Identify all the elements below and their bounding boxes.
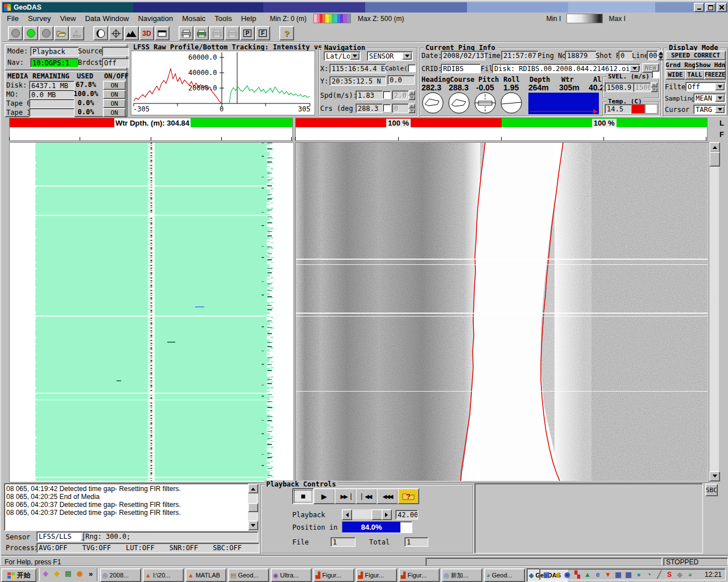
media-on-button[interactable]: ON — [103, 81, 126, 90]
scroll-right-button[interactable] — [382, 509, 392, 520]
quick-key-icon[interactable]: ◆ — [52, 569, 61, 578]
quick-notes-icon[interactable]: ▤ — [64, 569, 73, 578]
menu-item[interactable]: Help — [237, 14, 261, 23]
print-setup-button[interactable] — [225, 26, 239, 40]
fast-rewind-button[interactable]: ◀◀◀ — [377, 488, 398, 504]
task-figure-2[interactable]: ▟ Figur... — [356, 568, 397, 582]
menu-item[interactable]: File — [2, 14, 23, 23]
quick-desktop-icon[interactable]: ◈ — [41, 569, 50, 578]
quick-player-icon[interactable]: ◉ — [75, 569, 84, 578]
show-hdn-button[interactable]: Show Hdn — [695, 60, 726, 70]
acquire-start-button[interactable] — [23, 26, 38, 40]
tall-button[interactable]: TALL — [685, 70, 705, 80]
menu-item[interactable]: Survey — [23, 14, 55, 23]
file-combo[interactable]: Disk: RDIBS.00.2008.044.214612.oic.tmp — [492, 64, 640, 73]
task-2008[interactable]: ◎ 2008... — [100, 568, 141, 582]
display-settings-icon[interactable]: ▤ — [542, 570, 551, 579]
chevron-down-icon[interactable] — [715, 106, 725, 113]
nav-source-field[interactable]: 10:DGPS:1 — [30, 58, 79, 68]
power-icon[interactable]: ▼ — [603, 570, 613, 579]
print-p-button[interactable]: P — [240, 26, 255, 40]
cable-checkbox[interactable] — [408, 64, 416, 72]
menu-item[interactable]: Tools — [210, 14, 236, 23]
crs-override-checkbox[interactable] — [383, 104, 391, 112]
media-on-button[interactable]: ON — [103, 99, 126, 108]
spd-override-checkbox[interactable] — [383, 91, 391, 99]
ati-icon[interactable]: ▚ — [573, 570, 582, 579]
grnd-rng-button[interactable]: Grnd Rng — [665, 60, 696, 70]
scanner-icon[interactable]: ◉ — [562, 570, 572, 579]
quick-launch-overflow[interactable]: » — [89, 569, 93, 578]
help-button[interactable]: ? — [279, 26, 294, 40]
media-on-button[interactable]: ON — [103, 90, 126, 99]
shot-field[interactable]: 0 — [618, 51, 633, 60]
task-ultraedit[interactable]: ◉ Ultra... — [271, 568, 312, 582]
scroll-up-button[interactable] — [709, 142, 720, 152]
y-coordinate-field[interactable]: 20:35:12.5 N — [329, 76, 386, 86]
scrollbar-thumb[interactable] — [248, 503, 258, 512]
task-xinjia[interactable]: ◎ 新加... — [441, 568, 482, 582]
task-geodas-doc[interactable]: ▤ Geod... — [228, 568, 269, 582]
spd-spinner[interactable] — [408, 90, 415, 100]
standby-button[interactable] — [8, 26, 23, 40]
scroll-down-button[interactable] — [248, 521, 258, 530]
print-button[interactable] — [179, 26, 193, 40]
scroll-down-button[interactable] — [709, 471, 720, 481]
source-field[interactable] — [102, 47, 129, 56]
view-3d-button[interactable]: 3D — [139, 26, 154, 40]
speed-correct-button[interactable]: SPEED CORRECT — [665, 51, 726, 60]
sound-manager-icon[interactable]: S — [665, 570, 674, 579]
freeze-button[interactable]: FREEZE — [704, 70, 726, 80]
crs-spinner[interactable] — [408, 103, 415, 113]
scroll-left-button[interactable] — [342, 509, 352, 520]
chevron-down-icon[interactable] — [350, 52, 359, 60]
globe-button[interactable] — [93, 26, 108, 40]
spd-field[interactable]: 1.83 — [355, 90, 383, 100]
scrollbar-thumb[interactable] — [371, 509, 383, 520]
load-file-button[interactable]: ? — [398, 488, 419, 504]
scroll-up-button[interactable] — [248, 484, 258, 493]
rewind-start-button[interactable]: ▏◀◀ — [355, 488, 377, 504]
chevron-down-icon[interactable] — [715, 83, 725, 90]
log-scrollbar[interactable] — [248, 484, 257, 530]
crs-field[interactable]: 288.3 — [355, 103, 383, 113]
sidescan-waterfall-panel[interactable] — [295, 142, 709, 483]
file-number-field[interactable]: 1 — [330, 537, 355, 547]
task-figure-3[interactable]: ▟ Figur... — [399, 568, 440, 582]
port-waterfall-panel[interactable] — [9, 142, 294, 483]
crid-field[interactable]: RDIBS — [441, 64, 481, 73]
waterfall-scrollbar[interactable] — [709, 142, 719, 481]
playback-speed-scrollbar[interactable] — [342, 509, 392, 519]
window-layout-button[interactable] — [155, 26, 169, 40]
task-figure-1[interactable]: ▟ Figur... — [313, 568, 354, 582]
message-log[interactable]: 08 065, 04:19:42 Detected time gap- Rese… — [4, 483, 258, 531]
chevron-down-icon[interactable] — [630, 65, 639, 72]
menu-item[interactable]: View — [55, 14, 80, 23]
cable-value-field[interactable]: 0.0 — [387, 75, 415, 85]
coord-format-combo[interactable]: Lat/Lon — [324, 51, 361, 61]
start-button[interactable]: 开始 — [1, 568, 36, 582]
target-button[interactable] — [109, 26, 123, 40]
survey-ship-button[interactable] — [69, 26, 84, 40]
play-button[interactable]: ▶ — [313, 488, 335, 504]
sampling-combo[interactable]: MEAN — [693, 93, 726, 103]
close-button[interactable] — [717, 3, 727, 12]
temp-field[interactable]: 14.5 — [605, 104, 632, 114]
scrollbar-thumb[interactable] — [709, 152, 720, 167]
chevron-down-icon[interactable] — [715, 94, 725, 102]
port-sonar-image[interactable] — [10, 143, 292, 481]
task-matlab[interactable]: ▲ MATLAB — [185, 568, 226, 582]
network-offline2-icon[interactable]: ▦ — [624, 570, 633, 579]
task-i-drive[interactable]: ▲ I:\20... — [143, 568, 184, 582]
fast-forward-button[interactable]: ▶▶▕ — [334, 488, 356, 504]
browser-icon[interactable]: e — [593, 570, 602, 579]
scheduler-icon[interactable]: ◔ — [644, 570, 653, 579]
menu-item[interactable]: Navigation — [134, 14, 177, 23]
minimize-button[interactable] — [694, 3, 704, 12]
title-bar[interactable]: GeoDAS — [2, 2, 728, 13]
svel-spinner[interactable] — [651, 82, 657, 92]
menu-item[interactable]: Data Window — [80, 14, 133, 23]
menu-item[interactable]: Mosaic — [177, 14, 210, 23]
mode-field[interactable]: Playback — [30, 47, 79, 56]
network-offline-icon[interactable]: ▦ — [614, 570, 623, 579]
